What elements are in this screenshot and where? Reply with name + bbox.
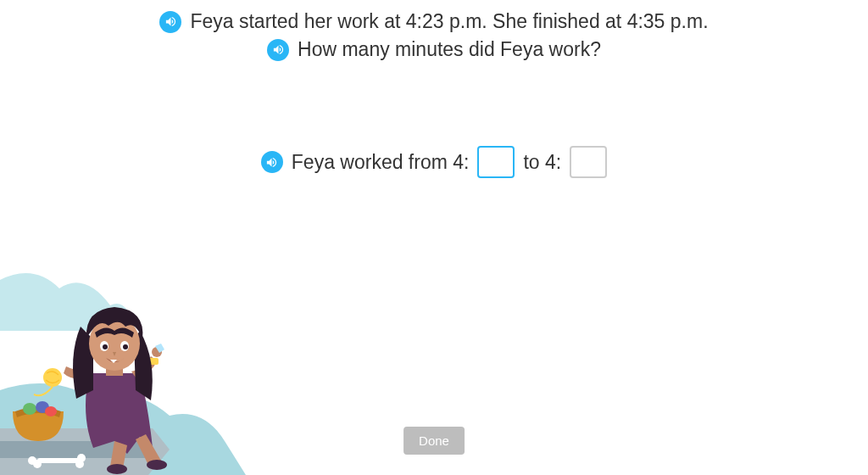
question-text-1: Feya started her work at 4:23 p.m. She f…: [190, 10, 708, 33]
done-button[interactable]: Done: [403, 427, 465, 455]
question-line-2: How many minutes did Feya work?: [0, 38, 868, 61]
svg-point-10: [147, 460, 167, 470]
svg-point-6: [36, 401, 49, 413]
audio-icon[interactable]: [159, 11, 181, 33]
question-text-2: How many minutes did Feya work?: [298, 38, 601, 61]
svg-rect-11: [148, 358, 159, 365]
minutes-input-2[interactable]: [570, 146, 607, 178]
svg-point-17: [103, 344, 108, 349]
svg-point-16: [120, 341, 129, 351]
audio-icon[interactable]: [261, 151, 283, 173]
answer-mid: to 4:: [523, 151, 561, 174]
svg-point-7: [45, 406, 57, 416]
answer-prefix: Feya worked from 4:: [292, 151, 470, 174]
audio-icon[interactable]: [267, 39, 289, 61]
svg-point-5: [23, 403, 36, 415]
svg-point-12: [152, 347, 162, 357]
svg-rect-13: [106, 363, 123, 376]
svg-point-8: [43, 368, 62, 387]
svg-point-15: [100, 341, 108, 351]
svg-point-18: [123, 344, 128, 349]
minutes-input-1[interactable]: [477, 146, 515, 178]
svg-rect-2: [37, 458, 80, 463]
answer-area: Feya worked from 4: to 4:: [0, 146, 868, 178]
question-line-1: Feya started her work at 4:23 p.m. She f…: [0, 10, 868, 33]
question-area: Feya started her work at 4:23 p.m. She f…: [0, 0, 868, 61]
svg-point-3: [77, 454, 86, 462]
svg-point-0: [28, 456, 36, 465]
svg-point-9: [107, 464, 127, 474]
svg-point-14: [89, 316, 140, 371]
character-illustration: [0, 221, 246, 475]
svg-point-4: [75, 460, 84, 468]
svg-point-1: [33, 460, 42, 468]
